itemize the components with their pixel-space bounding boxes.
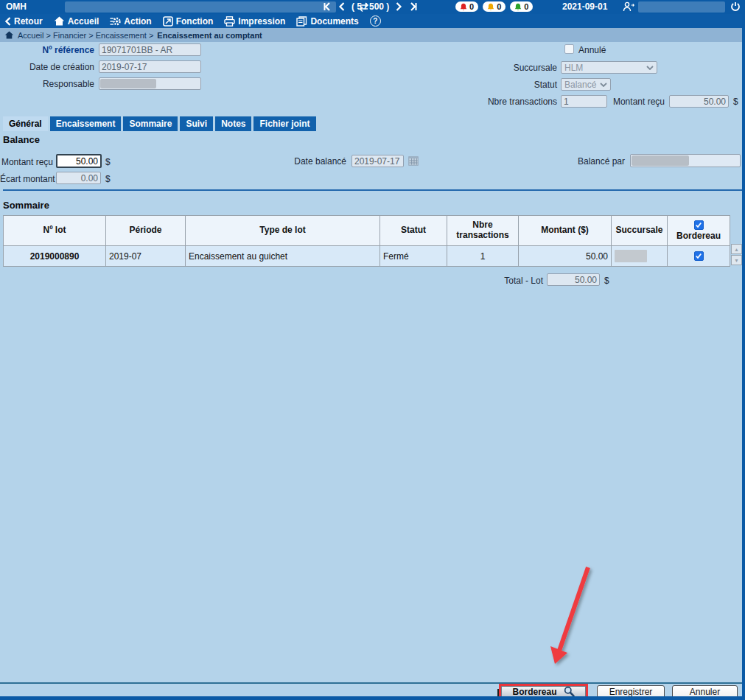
responsable-label: Responsable	[0, 79, 94, 89]
alert-badge-green[interactable]: 0	[510, 1, 533, 12]
gear-icon	[110, 16, 121, 27]
col-nbre-transactions[interactable]: Nbre transactions	[447, 216, 519, 246]
calendar-icon[interactable]	[408, 155, 419, 167]
menu-action[interactable]: Action	[110, 16, 151, 27]
magnifier-icon	[564, 686, 575, 697]
reference-input[interactable]	[99, 43, 201, 56]
montant-recu-header-currency: $	[733, 97, 738, 107]
help-button[interactable]: ?	[370, 15, 381, 27]
bordereau-button[interactable]: Bordereau	[501, 686, 586, 697]
annule-checkbox[interactable]	[564, 44, 574, 54]
menu-retour[interactable]: Retour	[4, 16, 43, 27]
balance-montant-recu-currency: $	[105, 157, 111, 167]
cell-nbre-transactions: 1	[447, 246, 519, 267]
user-switch-icon[interactable]	[623, 1, 634, 12]
col-periode[interactable]: Période	[106, 216, 186, 246]
alert-count-green: 0	[524, 2, 528, 11]
redacted-balance-par	[632, 155, 689, 166]
scroll-down-button[interactable]: ▼	[731, 255, 742, 265]
menu-accueil[interactable]: Accueil	[54, 16, 99, 27]
balance-montant-recu-input[interactable]	[56, 154, 102, 168]
top-bar: OMH ( 5 / 500 ) 0 0 0	[0, 0, 745, 14]
table-header-row: Nº lot Période Type de lot Statut Nbre t…	[4, 216, 730, 246]
scroll-up-button[interactable]: ▲	[731, 244, 742, 254]
col-statut[interactable]: Statut	[380, 216, 447, 246]
menu-documents[interactable]: Documents	[296, 16, 358, 27]
balance-par-label: Balancé par	[549, 156, 625, 167]
ecart-montant-input[interactable]	[56, 172, 101, 184]
date-balance-input[interactable]	[351, 155, 404, 167]
tab-fichier-joint[interactable]: Fichier joint	[253, 116, 315, 131]
ecart-montant-currency: $	[105, 174, 111, 184]
col-bordereau: Bordereau	[668, 216, 730, 246]
previous-record-icon[interactable]	[338, 2, 345, 11]
total-lot-input[interactable]	[547, 273, 600, 286]
redacted-responsable	[100, 79, 156, 88]
annuler-button-label: Annuler	[690, 687, 720, 697]
window-bottom-edge	[0, 696, 745, 700]
pager-text: ( 5 / 500 )	[351, 1, 389, 12]
alert-badge-red[interactable]: 0	[455, 1, 478, 12]
chevron-down-icon	[600, 83, 607, 87]
tab-bar: Général Encaissement Sommaire Suivi Note…	[3, 116, 316, 131]
menu-impression[interactable]: Impression	[224, 16, 285, 27]
bordereau-row-checkbox[interactable]	[694, 251, 704, 261]
first-record-icon[interactable]	[323, 2, 332, 11]
col-bordereau-label: Bordereau	[676, 231, 721, 241]
lot-number-link[interactable]: 2019000890	[4, 246, 106, 267]
statut-value: Balancé	[564, 80, 596, 90]
tab-suivi[interactable]: Suivi	[180, 116, 213, 131]
col-type-lot[interactable]: Type de lot	[186, 216, 380, 246]
sommaire-section-title: Sommaire	[3, 200, 49, 211]
check-icon	[695, 253, 702, 259]
tab-sommaire[interactable]: Sommaire	[123, 116, 178, 131]
date-balance-label: Date balancé	[265, 156, 346, 167]
bordereau-header-checkbox[interactable]	[694, 220, 704, 230]
date-creation-input[interactable]	[99, 60, 201, 73]
app-window: OMH ( 5 / 500 ) 0 0 0	[0, 0, 745, 700]
succursale-label: Succursale	[368, 63, 557, 73]
statut-select[interactable]: Balancé	[561, 78, 611, 91]
col-montant[interactable]: Montant ($)	[519, 216, 612, 246]
record-pager: ( 5 / 500 )	[323, 1, 418, 12]
tab-encaissement[interactable]: Encaissement	[50, 116, 122, 131]
tab-general[interactable]: Général	[3, 116, 48, 131]
last-record-icon[interactable]	[409, 2, 418, 11]
total-lot-label: Total - Lot	[475, 276, 543, 286]
function-box-icon	[163, 16, 173, 27]
sommaire-table: Nº lot Période Type de lot Statut Nbre t…	[3, 215, 730, 267]
menu-bar: Retour Accueil Action Fonction	[0, 14, 745, 28]
cell-type-lot: Encaissement au guichet	[186, 246, 380, 267]
annule-label: Annulé	[578, 45, 606, 55]
power-icon[interactable]	[730, 1, 741, 12]
statut-label: Statut	[368, 80, 557, 90]
succursale-value: HLM	[564, 63, 583, 73]
window-right-edge	[742, 0, 745, 700]
breadcrumb-path[interactable]: Accueil > Financier > Encaissement >	[18, 31, 153, 40]
redacted-username	[638, 1, 725, 13]
redacted-succursale	[615, 250, 647, 262]
documents-icon	[296, 16, 307, 27]
section-separator	[3, 189, 742, 191]
date-creation-label: Date de création	[0, 62, 94, 72]
menu-fonction[interactable]: Fonction	[163, 16, 214, 27]
col-no-lot[interactable]: Nº lot	[4, 216, 106, 246]
col-succursale[interactable]: Succursale	[612, 216, 668, 246]
balance-section-title: Balance	[3, 134, 40, 145]
breadcrumb-home-icon[interactable]	[4, 31, 14, 39]
redacted-title	[65, 1, 336, 13]
menu-fonction-label: Fonction	[176, 16, 214, 27]
montant-recu-header-input[interactable]	[669, 95, 729, 108]
succursale-select[interactable]: HLM	[561, 61, 657, 74]
alert-count-yellow: 0	[497, 2, 501, 11]
alert-badge-yellow[interactable]: 0	[483, 1, 506, 12]
reference-label: Nº référence	[0, 45, 94, 55]
nbre-transactions-label: Nbre transactions	[368, 97, 557, 107]
cell-montant: 50.00	[519, 246, 612, 267]
annotation-arrow	[536, 562, 604, 673]
menu-action-label: Action	[124, 16, 151, 27]
next-record-icon[interactable]	[396, 2, 402, 11]
table-row[interactable]: 2019000890 2019-07 Encaissement au guich…	[4, 246, 730, 267]
alert-badges: 0 0 0	[455, 1, 533, 12]
tab-notes[interactable]: Notes	[215, 116, 251, 131]
